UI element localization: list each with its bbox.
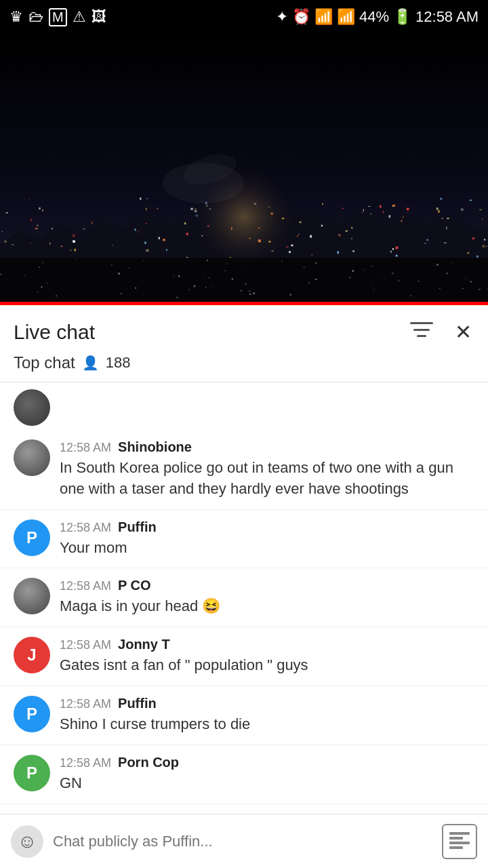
message-avatar: P: [14, 696, 50, 732]
topchat-row: Top chat 👤 188: [14, 347, 474, 382]
close-button[interactable]: ✕: [452, 317, 474, 347]
time-display: 12:58 AM: [415, 8, 479, 26]
alarm-icon: ⏰: [292, 8, 310, 26]
svg-rect-2: [417, 335, 426, 337]
filter-button[interactable]: [407, 317, 436, 347]
input-bar: ☺: [0, 814, 488, 868]
message-meta: 12:58 AM Puffin: [60, 519, 474, 535]
message-author: Shinobione: [118, 439, 192, 455]
svg-rect-4: [449, 837, 463, 840]
svg-rect-1: [413, 329, 430, 331]
svg-rect-0: [410, 322, 433, 324]
message-content: 12:58 AM Puffin Your mom: [60, 519, 474, 559]
chat-message-row: P 12:58 AM Puffin Shino I curse trumpers…: [0, 686, 488, 745]
chat-message-row: P 12:58 AM Puffin Your mom: [0, 510, 488, 569]
chat-messages-list: 12:58 AM Shinobione In South Korea polic…: [0, 430, 488, 863]
chat-message-row: 12:58 AM P CO Maga is in your head 😆: [0, 568, 488, 627]
message-time: 12:58 AM: [60, 697, 111, 711]
partial-message-row: [0, 382, 488, 430]
message-meta: 12:58 AM Porn Cop: [60, 755, 474, 770]
battery-text: 44%: [359, 8, 389, 26]
status-left-icons: ♛ 🗁 M ⚠ 🖼: [9, 8, 106, 26]
viewers-icon: 👤: [82, 355, 99, 371]
battery-icon: 🔋: [393, 8, 411, 26]
signal-icon: 📶: [337, 8, 355, 26]
svg-rect-3: [449, 832, 470, 835]
message-text: In South Korea police go out in teams of…: [60, 458, 474, 500]
message-meta: 12:58 AM P CO: [60, 578, 474, 593]
crown-icon: ♛: [9, 8, 23, 26]
emoji-icon: ☺: [18, 831, 37, 852]
message-author: Puffin: [118, 519, 157, 535]
chat-message-row: J 12:58 AM Jonny T Gates isnt a fan of "…: [0, 627, 488, 686]
message-time: 12:58 AM: [60, 756, 111, 770]
emoji-button[interactable]: ☺: [11, 825, 43, 858]
send-button[interactable]: [442, 824, 477, 859]
partial-avatar: [14, 389, 50, 426]
svg-rect-5: [449, 842, 470, 844]
message-author: P CO: [118, 578, 151, 593]
message-author: Puffin: [118, 696, 157, 711]
message-time: 12:58 AM: [60, 441, 111, 455]
chat-message-row: 12:58 AM Shinobione In South Korea polic…: [0, 430, 488, 510]
message-content: 12:58 AM Jonny T Gates isnt a fan of " p…: [60, 637, 474, 676]
message-meta: 12:58 AM Shinobione: [60, 439, 474, 455]
message-content: 12:58 AM Porn Cop GN: [60, 755, 474, 794]
message-avatar: J: [14, 637, 50, 673]
message-content: 12:58 AM P CO Maga is in your head 😆: [60, 578, 474, 617]
message-text: Your mom: [60, 538, 474, 559]
wifi-icon: 📶: [314, 8, 333, 26]
message-text: Gates isnt a fan of " population " guys: [60, 655, 474, 676]
livechat-header: Live chat ✕ Top chat 👤 188: [0, 305, 488, 382]
message-meta: 12:58 AM Jonny T: [60, 637, 474, 652]
viewer-count: 188: [106, 354, 131, 372]
message-author: Porn Cop: [118, 755, 179, 770]
topchat-label: Top chat: [14, 353, 75, 372]
message-content: 12:58 AM Puffin Shino I curse trumpers t…: [60, 696, 474, 735]
m-icon: M: [49, 8, 67, 26]
message-time: 12:58 AM: [60, 579, 111, 593]
message-meta: 12:58 AM Puffin: [60, 696, 474, 711]
message-avatar: P: [14, 755, 50, 791]
video-player[interactable]: [0, 34, 488, 305]
message-content: 12:58 AM Shinobione In South Korea polic…: [60, 439, 474, 500]
livechat-title: Live chat: [14, 321, 95, 344]
status-bar: ♛ 🗁 M ⚠ 🖼 ✦ ⏰ 📶 📶 44% 🔋 12:58 AM: [0, 0, 488, 34]
status-right-icons: ✦ ⏰ 📶 📶 44% 🔋 12:58 AM: [276, 8, 479, 26]
folder-icon: 🗁: [28, 8, 43, 26]
message-text: GN: [60, 773, 474, 794]
message-time: 12:58 AM: [60, 638, 111, 652]
header-actions: ✕: [407, 317, 474, 347]
chat-input[interactable]: [53, 833, 432, 850]
svg-rect-6: [449, 846, 463, 849]
image-icon: 🖼: [92, 8, 106, 26]
message-author: Jonny T: [118, 637, 170, 652]
warning-icon: ⚠: [73, 8, 86, 26]
video-progress-bar: [0, 302, 488, 305]
chat-message-row: P 12:58 AM Porn Cop GN: [0, 745, 488, 804]
video-canvas: [0, 34, 488, 305]
message-avatar: P: [14, 519, 50, 556]
message-time: 12:58 AM: [60, 521, 111, 535]
bluetooth-icon: ✦: [276, 8, 288, 26]
message-text: Maga is in your head 😆: [60, 596, 474, 617]
message-text: Shino I curse trumpers to die: [60, 714, 474, 735]
